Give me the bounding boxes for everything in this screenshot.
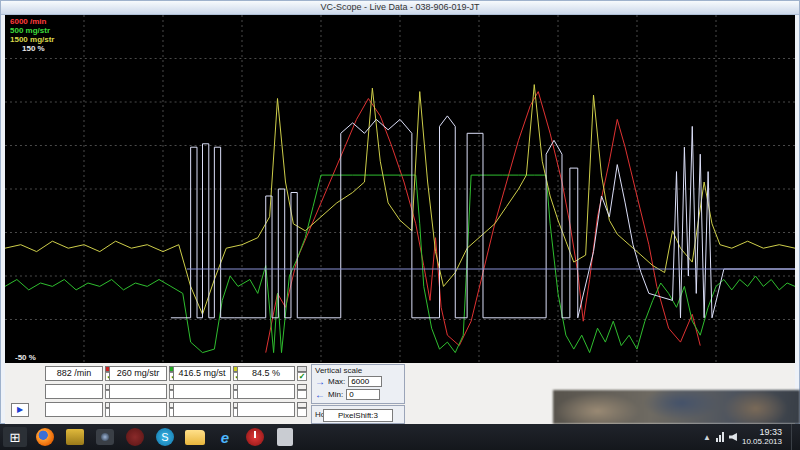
- hidden-icons-chevron[interactable]: ▲: [703, 433, 711, 442]
- empty-slot: [173, 384, 231, 399]
- channel-label-rpm: 6000 /min: [10, 17, 54, 26]
- readout-maf: 416.5 mg/st: [173, 366, 231, 381]
- window-titlebar[interactable]: VC-Scope - Live Data - 038-906-019-JT: [1, 1, 799, 15]
- trace-throttle-duty: [171, 116, 795, 318]
- empty-slot: [109, 384, 167, 399]
- skype-icon[interactable]: S: [156, 428, 174, 446]
- max-arrow-icon[interactable]: →: [315, 377, 325, 387]
- internet-explorer-icon[interactable]: e: [213, 427, 237, 447]
- scale-bottom-label: -50 %: [15, 353, 36, 362]
- scope-chart: 6000 /min 500 mg/str 1500 mg/str 150 % -…: [5, 15, 795, 363]
- volume-icon[interactable]: [729, 433, 737, 441]
- taskbar-clock[interactable]: 19:33 10.05.2013: [742, 427, 786, 447]
- vertical-scale-group: Vertical scale → Max: ← Min:: [311, 364, 405, 404]
- start-button[interactable]: ⊞: [3, 427, 27, 447]
- pixelshift-input[interactable]: [323, 409, 393, 422]
- max-input[interactable]: [348, 376, 382, 387]
- taskbar: ⊞ S e ▲ 19:33 10.05.2013: [0, 424, 800, 450]
- system-tray: ▲ 19:33 10.05.2013: [703, 424, 800, 450]
- empty-slot: [45, 402, 103, 417]
- min-input[interactable]: [346, 389, 380, 400]
- channel-label-duty: 150 %: [10, 44, 54, 53]
- empty-slot: [237, 402, 295, 417]
- show-desktop-button[interactable]: [791, 424, 796, 450]
- empty-slot: [45, 384, 103, 399]
- network-icon[interactable]: [716, 432, 724, 442]
- vertical-scale-title: Vertical scale: [315, 366, 401, 375]
- max-label: Max:: [328, 377, 345, 386]
- readout-duty: 84.5 %: [237, 366, 295, 381]
- camera-icon[interactable]: [96, 429, 114, 445]
- channel-scale-labels: 6000 /min 500 mg/str 1500 mg/str 150 %: [10, 17, 54, 53]
- channel-label-maf: 1500 mg/str: [10, 35, 54, 44]
- clock-date: 10.05.2013: [742, 437, 782, 447]
- empty-slot-controls: [297, 384, 307, 399]
- firefox-icon[interactable]: [36, 428, 54, 446]
- power-icon[interactable]: [246, 428, 264, 446]
- empty-slot: [237, 384, 295, 399]
- empty-slot: [173, 402, 231, 417]
- media-player-icon[interactable]: [126, 428, 144, 446]
- empty-slot-controls: [297, 402, 307, 417]
- desktop-photo: [553, 390, 800, 424]
- clock-time: 19:33: [742, 427, 782, 437]
- folder-icon[interactable]: [185, 430, 205, 445]
- notepad-icon[interactable]: [277, 428, 293, 446]
- channel-4-controls: ✓: [297, 366, 307, 381]
- readout-rpm: 882 /min: [45, 366, 103, 381]
- empty-checkbox[interactable]: [297, 408, 307, 417]
- empty-slot: [109, 402, 167, 417]
- vcscope-window: VC-Scope - Live Data - 038-906-019-JT 60…: [0, 0, 800, 424]
- min-label: Min:: [328, 390, 343, 399]
- empty-checkbox[interactable]: [297, 390, 307, 399]
- channel-4-checkbox[interactable]: ✓: [297, 372, 307, 381]
- min-arrow-icon[interactable]: ←: [315, 390, 325, 400]
- play-button[interactable]: ▶: [11, 403, 29, 417]
- readout-iq: 260 mg/str: [109, 366, 167, 381]
- scope-plot-area: [5, 15, 795, 363]
- file-manager-icon[interactable]: [66, 429, 84, 445]
- window-title: VC-Scope - Live Data - 038-906-019-JT: [320, 2, 479, 12]
- channel-label-iq: 500 mg/str: [10, 26, 54, 35]
